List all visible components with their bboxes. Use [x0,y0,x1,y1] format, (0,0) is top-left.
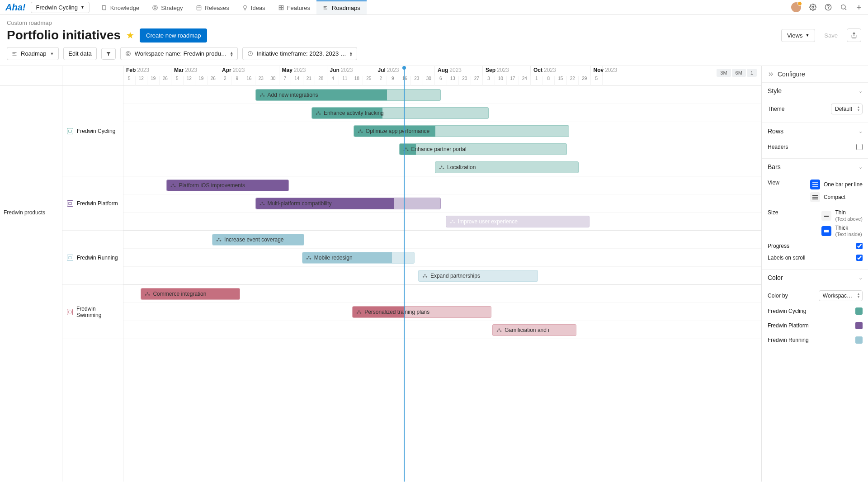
nav-roadmaps[interactable]: Roadmaps [316,0,367,14]
color-section-header[interactable]: Color⌄ [762,270,868,286]
save-button[interactable]: Save [820,29,842,42]
svg-point-11 [126,52,130,56]
gantt-bar[interactable]: Enhance partner portal [399,143,567,155]
color-legend-row[interactable]: Fredwin Cycling [768,304,863,318]
bars-size-icon: A [821,226,831,236]
bars-section-header[interactable]: Bars⌄ [762,159,868,175]
gantt-bar[interactable]: Expand partnerships [418,270,538,282]
timeline-header: Feb2023Mar2023Apr2023May2023Jun2023Jul20… [123,66,761,86]
target-icon [125,51,131,57]
gantt-lane: Expand partnerships [123,267,761,285]
gantt-bar[interactable]: Increase event coverage [212,234,304,246]
progress-checkbox[interactable] [856,243,863,249]
color-legend-row[interactable]: Fredwin Platform [768,318,863,333]
gear-icon[interactable] [809,4,816,11]
caret-down-icon: ▼ [80,5,85,9]
create-roadmap-button[interactable]: Create new roadmap [140,28,207,43]
edit-data-button[interactable]: Edit data [63,47,96,60]
timeframe-filter[interactable]: Initiative timeframe: 2023, 2023 … ▴▾ [242,47,357,60]
week-tick: 21 [303,76,316,86]
bars-view-icon [810,180,820,189]
size-option[interactable]: AThick(Text inside) [821,225,863,237]
help-icon[interactable] [825,4,832,11]
svg-point-39 [452,220,453,221]
svg-point-27 [405,147,406,149]
row-header[interactable]: Fredwin Swimming [62,285,123,339]
workspace-icon [67,200,73,207]
top-right-icons [791,2,863,12]
week-tick: 20 [459,76,471,86]
initiative-icon [358,129,363,133]
month-header: Mar2023 [171,66,219,76]
row-header[interactable]: Fredwin Platform [62,176,123,231]
zoom-3m[interactable]: 3M [717,69,731,77]
gantt-lane: Improve user experience [123,213,761,231]
svg-point-21 [318,111,319,113]
workspace-icon [67,128,73,134]
share-button[interactable] [847,28,861,42]
add-icon[interactable] [855,4,863,11]
view-option[interactable]: One bar per line [810,180,863,189]
workspace-filter[interactable]: Workspace name: Fredwin produ… ▴▾ [120,47,238,60]
theme-select[interactable]: Default▴▾ [831,104,863,114]
nav-ideas[interactable]: Ideas [236,0,272,14]
nav-strategy[interactable]: Strategy [146,0,189,14]
workspace-switcher[interactable]: Fredwin Cycling ▼ [31,2,89,13]
gantt-lane: Localization [123,158,761,176]
headers-checkbox[interactable] [856,144,863,150]
month-header: Apr2023 [219,66,279,76]
initiative-icon [496,328,502,332]
gantt-bar[interactable]: Platform iOS improvements [166,180,288,191]
week-tick: 4 [327,76,340,86]
gantt-lane: Gamificiation and r [123,321,761,339]
gantt-bar[interactable]: Optimize app performance [354,125,569,137]
gantt-bar[interactable]: Improve user experience [446,216,590,227]
gantt-bar[interactable]: Multi-platform compatibility [255,198,441,209]
color-swatch[interactable] [855,307,863,315]
logo[interactable]: Aha! [5,2,25,13]
views-dropdown[interactable]: Views▼ [781,29,815,42]
month-header: Aug2023 [435,66,483,76]
favorite-star-icon[interactable]: ★ [126,30,134,41]
week-tick: 2 [375,76,387,86]
row-header[interactable]: Fredwin Cycling [62,86,123,176]
row-header[interactable]: Fredwin Running [62,231,123,285]
gantt-bar[interactable]: Personalized training plans [352,306,491,318]
roadmap-dropdown[interactable]: Roadmap▼ [7,47,59,60]
timeline[interactable]: Feb2023Mar2023Apr2023May2023Jun2023Jul20… [123,66,761,482]
month-header: May2023 [279,66,327,76]
labels-scroll-checkbox[interactable] [856,255,863,261]
title-bar: Portfolio initiatives ★ Create new roadm… [0,26,868,47]
gantt-bar[interactable]: Add new integrations [255,89,441,101]
configure-header[interactable]: Configure [762,66,868,82]
nav-releases[interactable]: Releases [189,0,236,14]
view-option[interactable]: Compact [810,192,863,202]
week-tick: 15 [555,76,567,86]
gantt-bar[interactable]: Enhance activity tracking [311,107,489,119]
color-legend-row[interactable]: Fredwin Running [768,333,863,347]
workspace-icon [67,255,73,261]
style-section-header[interactable]: Style⌄ [762,83,868,99]
gantt-bar[interactable]: Commerce integration [141,288,240,300]
gantt-bar[interactable]: Gamificiation and r [492,324,576,336]
size-option[interactable]: Thin(Text above) [821,209,863,222]
nav-knowledge[interactable]: Knowledge [95,0,146,14]
color-swatch[interactable] [855,336,863,344]
color-swatch[interactable] [855,322,863,329]
view-label: View [768,180,779,186]
nav-features[interactable]: Features [272,0,316,14]
avatar[interactable] [791,2,801,12]
rows-section-header[interactable]: Rows⌄ [762,123,868,139]
week-tick: 19 [195,76,208,86]
target-icon [152,5,158,11]
filter-button[interactable] [101,48,116,60]
search-icon[interactable] [840,4,847,11]
svg-point-12 [127,52,129,54]
color-by-select[interactable]: Workspac…▴▾ [819,290,863,301]
gantt-bar[interactable]: Mobile redesign [302,252,415,264]
svg-point-33 [173,184,174,185]
month-header: Nov2023 [591,66,603,76]
zoom-6m[interactable]: 6M [732,69,746,77]
gantt-bar[interactable]: Localization [435,161,579,173]
zoom-1y[interactable]: 1 [747,69,757,77]
